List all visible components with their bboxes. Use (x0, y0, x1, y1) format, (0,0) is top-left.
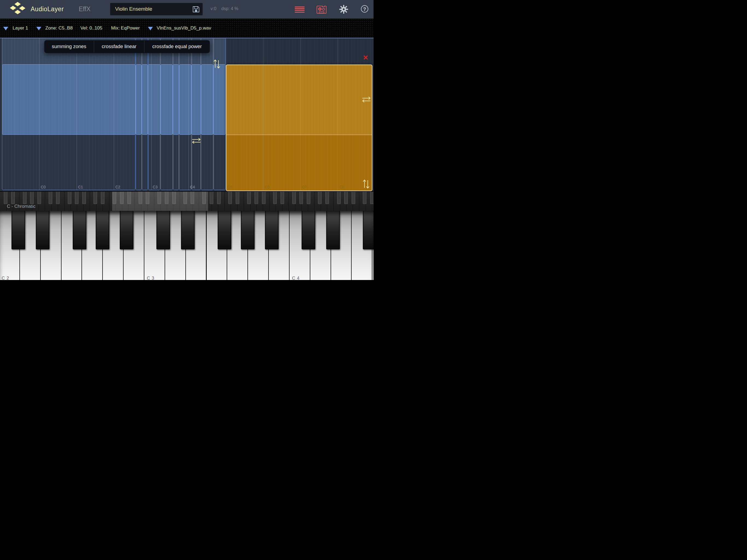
zone-velocity-band[interactable] (191, 64, 201, 135)
octave-gridline (263, 38, 263, 190)
velocity-drag-handle-icon[interactable] (213, 59, 221, 69)
black-key[interactable] (265, 211, 279, 249)
zone[interactable] (192, 38, 201, 190)
black-key[interactable] (11, 211, 25, 249)
summing-zones-button[interactable]: summing zones (44, 40, 94, 53)
zone-range-label[interactable]: Zone: C5..B8 (45, 25, 73, 31)
mix-mode-label[interactable]: Mix: EqPower (111, 25, 140, 31)
tab-effx[interactable]: EffX (79, 5, 91, 13)
zone-velocity-band[interactable] (173, 64, 179, 135)
zone-velocity-band[interactable] (2, 64, 136, 135)
mini-black-key (337, 192, 341, 204)
velocity-bottom-handle-icon[interactable] (363, 179, 370, 189)
black-key[interactable] (181, 211, 195, 249)
octave-label: C6 (265, 185, 269, 189)
recorder-icon[interactable] (316, 5, 327, 14)
zone[interactable] (142, 38, 148, 190)
mini-black-key (82, 192, 86, 204)
mini-black-key (236, 192, 239, 204)
zone[interactable] (2, 38, 135, 190)
mini-black-key (300, 192, 303, 204)
selected-zone[interactable] (226, 65, 372, 191)
app-title: AudioLayer (31, 5, 64, 13)
zone[interactable] (179, 38, 191, 190)
octave-label: C4 (190, 185, 195, 189)
zone-dropdown-icon[interactable] (36, 27, 41, 30)
layer-selector[interactable]: Layer 1 (12, 25, 28, 31)
zone-velocity-band[interactable] (136, 64, 142, 135)
zone-velocity-band[interactable] (148, 64, 160, 135)
black-key[interactable] (241, 211, 255, 249)
octave-label: C3 (153, 185, 158, 189)
zone-velocity-band[interactable] (160, 64, 173, 135)
zone[interactable] (136, 38, 141, 190)
black-key[interactable] (156, 211, 170, 249)
mini-black-key (352, 192, 355, 204)
zone[interactable] (201, 38, 213, 190)
delete-zone-icon[interactable]: ✕ (363, 54, 368, 61)
octave-label: C2 (115, 185, 120, 189)
mini-black-key (255, 192, 258, 204)
mini-black-key (228, 192, 232, 204)
octave-label: C0 (41, 185, 46, 189)
octave-label: C7 (302, 185, 307, 189)
zone-editor[interactable]: C0C1C2C3C4C5C6C7C8 ✕ summing z (0, 38, 374, 191)
sample-dropdown-icon[interactable] (148, 27, 153, 30)
key-range-right-handle-icon[interactable] (361, 96, 371, 103)
top-bar: AudioLayer EffX Violin Ensemble v:0dsp: … (0, 0, 374, 19)
keyboard-view-window[interactable] (112, 192, 208, 211)
app-logo-icon (7, 1, 28, 17)
octave-gridline (338, 38, 338, 190)
preset-name: Violin Ensemble (115, 6, 152, 12)
zone-mix-popup: summing zones crossfade linear crossfade… (44, 40, 210, 53)
mini-black-key (11, 192, 15, 204)
zone[interactable] (148, 38, 160, 190)
mini-key-separator (225, 192, 225, 211)
octave-label: C5 (228, 185, 232, 189)
key-range-left-handle-icon[interactable] (191, 137, 201, 144)
mini-key-separator (243, 192, 244, 211)
mini-black-key (344, 192, 348, 204)
crossfade-equal-power-button[interactable]: crossfade equal power (145, 40, 210, 53)
black-key[interactable] (120, 211, 133, 249)
black-key[interactable] (363, 211, 374, 249)
mini-black-key (370, 192, 374, 204)
gear-icon[interactable] (339, 5, 348, 14)
mini-black-key (262, 192, 265, 204)
zone-velocity-band[interactable] (141, 64, 148, 135)
layer-dropdown-icon[interactable] (3, 27, 8, 30)
piano-keyboard[interactable]: C 2 C 3 C 4 (0, 211, 374, 280)
black-key[interactable] (326, 211, 340, 249)
scale-label: C - Chromatic (7, 204, 35, 209)
zone[interactable] (160, 38, 173, 190)
keyboard-overview-strip[interactable]: C - Chromatic (0, 192, 374, 211)
preset-name-field[interactable]: Violin Ensemble (110, 3, 203, 15)
zone-velocity-band[interactable] (201, 64, 213, 135)
zone[interactable] (173, 38, 179, 190)
mini-key-separator (314, 192, 314, 211)
black-key[interactable] (36, 211, 50, 249)
octave-gridline (77, 38, 77, 190)
zone-velocity-band[interactable] (179, 64, 192, 135)
save-icon[interactable] (192, 5, 200, 13)
sample-name-label[interactable]: VlnEns_susVib_D5_p.wav (157, 25, 211, 31)
help-icon[interactable]: ? (361, 5, 368, 12)
octave-label: C1 (78, 185, 83, 189)
mini-black-key (56, 192, 60, 204)
velocity-range-label[interactable]: Vel: 0..105 (80, 25, 102, 31)
key-label-c3: C 3 (147, 276, 154, 280)
black-key[interactable] (217, 211, 231, 249)
octave-gridline (226, 38, 226, 190)
mini-black-key (37, 192, 41, 204)
status-readout: v:0dsp: 4 % (210, 6, 238, 11)
mini-key-separator (333, 192, 334, 211)
crossfade-linear-button[interactable]: crossfade linear (94, 40, 144, 53)
black-key[interactable] (96, 211, 109, 249)
black-key[interactable] (302, 211, 315, 249)
mini-key-separator (109, 192, 109, 211)
octave-gridline (188, 38, 189, 190)
menu-icon[interactable] (295, 6, 305, 12)
zone-velocity-band[interactable] (213, 64, 226, 135)
black-key[interactable] (73, 211, 86, 249)
octave-gridline (39, 38, 40, 190)
